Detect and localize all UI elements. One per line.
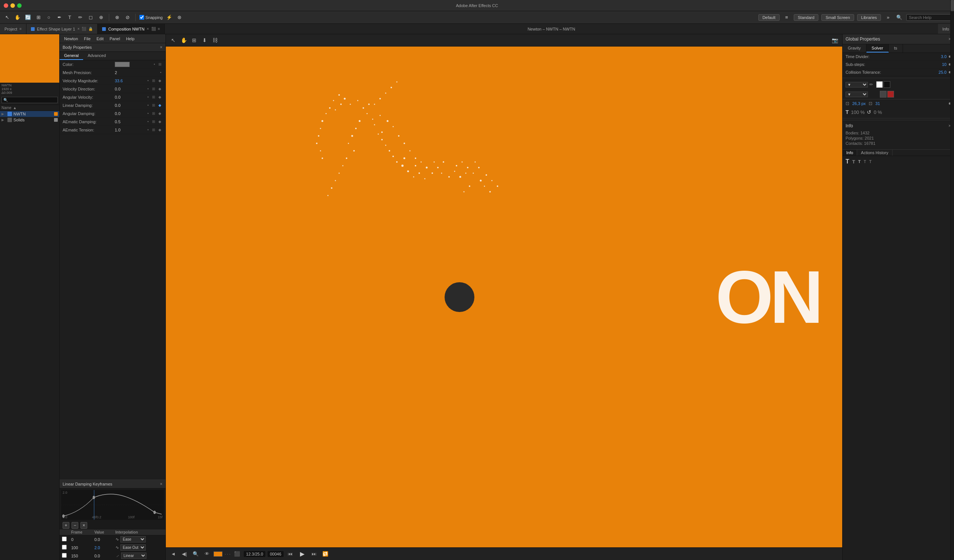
global-tab-gravity[interactable]: Gravity — [843, 44, 867, 53]
prop-color-reset[interactable]: • — [153, 62, 156, 67]
prop-vel-dir-value[interactable]: 0.0 — [115, 87, 146, 91]
prop-aemat-damp-link[interactable]: ◆ — [157, 119, 162, 124]
tab-effect-menu[interactable]: ⬛ — [82, 27, 86, 31]
prop-aemat-tension-reset[interactable]: • — [146, 128, 150, 132]
project-layer-solids[interactable]: ▶ Solids — [0, 117, 59, 123]
tool-brush[interactable]: ✏ — [76, 13, 84, 22]
keyframe-panel-close[interactable]: × — [160, 481, 162, 487]
typo-bold-btn[interactable]: T — [846, 109, 849, 115]
tab-project[interactable]: Project ≡ — [0, 24, 26, 34]
prop-vel-mag-link[interactable]: ◆ — [157, 78, 162, 83]
body-tab-advanced[interactable]: Advanced — [83, 52, 110, 60]
transport-loop[interactable]: 🔁 — [321, 549, 330, 558]
tool-arrow[interactable]: ↖ — [3, 13, 11, 22]
window-maximize-btn[interactable] — [17, 3, 22, 8]
global-time-divider-value[interactable]: 3.0 — [928, 54, 946, 59]
project-layer-nwtn[interactable]: ▶ NWTN — [0, 111, 59, 117]
size-x-value[interactable]: 26,3 px — [852, 101, 866, 106]
prop-vel-mag-value[interactable]: 33.6 — [115, 79, 146, 83]
tab-comp-close[interactable]: × — [147, 27, 149, 31]
prop-lin-damp-reset[interactable]: • — [146, 103, 150, 107]
prop-vel-mag-key[interactable]: ⊞ — [151, 78, 156, 83]
tab-composition[interactable]: Composition NWTN × ⬛ ≡ — [98, 24, 165, 34]
prop-aemat-tension-link[interactable]: ◆ — [157, 128, 162, 132]
prop-vel-dir-reset[interactable]: • — [146, 86, 150, 91]
tab-comp-menu[interactable]: ⬛ — [151, 27, 156, 31]
tab-comp-lock[interactable]: ≡ — [158, 27, 160, 31]
tab-effect-lock[interactable]: 🔒 — [88, 27, 93, 31]
global-collision-value[interactable]: 25.0 — [928, 70, 946, 75]
preview-select-tool[interactable]: ↖ — [169, 36, 178, 45]
body-tab-general[interactable]: General — [60, 52, 83, 60]
transport-play-btn[interactable]: ▶ — [297, 549, 307, 559]
kf-add-btn[interactable]: + — [62, 522, 69, 529]
transport-color-swatch[interactable] — [214, 551, 223, 557]
snapping-toggle[interactable]: Snapping — [139, 15, 163, 20]
typo-rotate-btn[interactable]: ↺ — [867, 109, 871, 115]
prop-ang-damp-reset[interactable]: • — [146, 111, 150, 116]
prop-lin-damp-key[interactable]: ⊞ — [151, 103, 156, 107]
sort-direction-icon[interactable]: ▲ — [13, 106, 17, 110]
tab-effect-shape[interactable]: Effect Shape Layer 1 × ⬛ 🔒 — [26, 24, 98, 34]
prop-ang-vel-key[interactable]: ⊞ — [151, 95, 156, 100]
tool-clone[interactable]: ⊕ — [97, 13, 105, 22]
prop-vel-mag-reset[interactable]: • — [146, 78, 150, 83]
tab-project-close[interactable]: ≡ — [19, 27, 22, 31]
prop-aemat-tension-value[interactable]: 1.0 — [115, 128, 146, 132]
window-close-btn[interactable] — [4, 3, 8, 8]
tool-text[interactable]: T — [65, 13, 74, 22]
swatch-black[interactable] — [884, 81, 890, 88]
search-input[interactable] — [906, 14, 951, 21]
prop-aemat-damp-value[interactable]: 0.5 — [115, 120, 146, 124]
transport-skip-start[interactable]: ⏮ — [286, 549, 295, 558]
swatch-white[interactable] — [876, 81, 883, 88]
preview-down-tool[interactable]: ⬇ — [200, 36, 209, 45]
kf-clear-btn[interactable]: × — [81, 522, 87, 529]
workspace-menu-icon[interactable]: ≡ — [783, 13, 791, 22]
size-y-value[interactable]: 31 — [875, 101, 880, 106]
prop-ang-vel-reset[interactable]: • — [146, 95, 150, 100]
typo-T-italic[interactable]: T — [864, 159, 866, 164]
tool-eraser[interactable]: ◻ — [86, 13, 95, 22]
timeline-scrollbar-thumb[interactable] — [951, 0, 954, 11]
tool-shape[interactable]: ○ — [45, 13, 53, 22]
prop-vel-dir-key[interactable]: ⊞ — [151, 86, 156, 91]
prop-aemat-tension-key[interactable]: ⊞ — [151, 128, 156, 132]
prop-ang-damp-key[interactable]: ⊞ — [151, 111, 156, 116]
kf-check-100[interactable] — [62, 545, 67, 549]
layer-expand-nwtn[interactable]: ▶ — [2, 112, 6, 116]
prop-ang-damp-value[interactable]: 0.0 — [115, 111, 146, 116]
newton-menu-newton[interactable]: Newton — [61, 36, 81, 41]
global-substeps-value[interactable]: 10 — [928, 62, 946, 67]
newton-menu-edit[interactable]: Edit — [94, 36, 107, 41]
project-search-input[interactable] — [2, 97, 58, 103]
transport-eye[interactable]: 👁 — [203, 549, 211, 558]
snapping-icon-2[interactable]: ⊛ — [176, 13, 184, 22]
tool-anchor[interactable]: ⊗ — [113, 13, 121, 22]
keyframe-graph[interactable]: 2.0 0.0 46f0.2 100f 15f — [61, 490, 164, 520]
kf-interp-linear-select[interactable]: Ease Ease Out Linear — [121, 552, 147, 559]
swatch-gray[interactable] — [880, 91, 887, 98]
prop-lin-damp-diamond[interactable]: ◆ — [157, 103, 162, 107]
typo-T-extra[interactable]: T — [869, 159, 871, 164]
search-icon[interactable]: 🔍 — [895, 13, 903, 22]
prop-ang-damp-link[interactable]: ◆ — [157, 111, 162, 116]
swatch-red[interactable] — [887, 91, 894, 98]
kf-check-0[interactable] — [62, 537, 67, 541]
newton-menu-file[interactable]: File — [81, 36, 94, 41]
tab-actions-history[interactable]: Actions History — [857, 150, 892, 156]
newton-menu-help[interactable]: Help — [123, 36, 137, 41]
tab-effect-close[interactable]: × — [78, 27, 80, 31]
preview-link-tool[interactable]: ⛓ — [210, 36, 220, 45]
transport-prev-keyframe[interactable]: ◄ — [169, 549, 178, 558]
prop-color-random[interactable]: ⊞ — [157, 62, 162, 67]
kf-interp-ease-select[interactable]: Ease Ease Out Linear — [120, 536, 146, 543]
libraries-btn[interactable]: Libraries — [857, 14, 881, 21]
preview-hand-tool[interactable]: ✋ — [179, 36, 188, 45]
global-tab-solver[interactable]: Solver — [867, 44, 889, 53]
kf-interp-ease-out-select[interactable]: Ease Ease Out Linear — [120, 544, 146, 551]
prop-ang-vel-link[interactable]: ◆ — [157, 95, 162, 100]
tab-info-bottom[interactable]: Info — [843, 150, 857, 156]
tool-camera-rotate[interactable]: 🔄 — [24, 13, 32, 22]
prop-color-swatch[interactable] — [115, 62, 130, 67]
